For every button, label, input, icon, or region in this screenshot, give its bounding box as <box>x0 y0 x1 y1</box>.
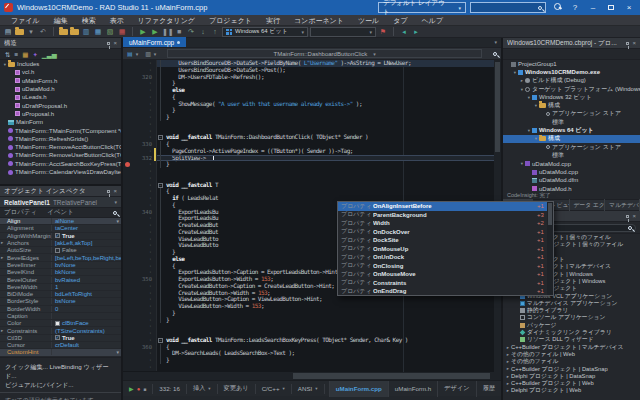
pin-icon[interactable] <box>626 42 629 45</box>
print-icon[interactable]: ▥ <box>145 50 151 57</box>
gutter-cell[interactable]: · <box>123 249 157 256</box>
property-value[interactable]: [akLeft,akTop] <box>52 240 121 246</box>
completion-item[interactable]: プロパティOnDockOver+1 <box>338 228 553 237</box>
breakpoint-icon[interactable] <box>125 162 130 167</box>
scrollbar-thumb[interactable] <box>495 62 500 152</box>
search-icon[interactable] <box>113 211 117 215</box>
pause-icon[interactable]: ❚❚ <box>162 26 172 38</box>
open-project-icon[interactable] <box>70 29 79 35</box>
method-navigation-combo[interactable]: TMainForm::DashboardButtonClick ▾ <box>167 49 482 58</box>
run-mini-icon[interactable]: ▶ <box>129 385 134 392</box>
layout-combo[interactable]: デフォルト レイアウト ▾ <box>378 2 466 13</box>
gutter-cell[interactable]: · <box>123 269 157 276</box>
run-until-return-icon[interactable]: ↑ <box>210 26 220 38</box>
delete-item-icon[interactable]: ✦ <box>32 49 37 60</box>
gutter-cell[interactable]: · <box>123 67 157 74</box>
property-row[interactable]: AlignalNone▾ <box>0 218 121 225</box>
fold-collapse-icon[interactable]: − <box>158 183 163 188</box>
completion-item[interactable]: プロパティOnMouseUp+1 <box>338 245 553 254</box>
gutter-cell[interactable]: · <box>123 134 157 141</box>
close-icon[interactable]: × <box>632 213 636 219</box>
property-value[interactable]: clBtnFace <box>52 320 121 326</box>
palette-item[interactable]: ▸その他のファイル <box>503 358 640 365</box>
project-item[interactable]: ProjectGroup1 <box>503 60 640 68</box>
gutter-cell[interactable]: · <box>123 107 157 114</box>
palette-item[interactable]: リソース DLL ウィザード <box>503 336 640 343</box>
gutter-cell[interactable]: · <box>123 188 157 195</box>
palette-item[interactable]: 静的ライブラリ <box>503 307 640 314</box>
scrollbar-thumb[interactable] <box>293 373 490 379</box>
property-row[interactable]: BevelWidth1 <box>0 284 121 291</box>
palette-item[interactable]: マルチデバイス アプリケーション <box>503 300 640 307</box>
target-config-combo[interactable]: ▾ <box>310 27 376 37</box>
palette-item[interactable]: ▸その他のファイル | Web <box>503 351 640 358</box>
project-item[interactable]: ▾uDataMod.cpp <box>503 160 640 168</box>
property-value[interactable]: alNone▾ <box>52 218 121 224</box>
completion-item[interactable]: プロパティOnEndDrag+1 <box>338 287 553 296</box>
expander-icon[interactable]: ▸ <box>1 328 3 333</box>
property-row[interactable]: AlignmenttaCenter <box>0 225 121 232</box>
object-selector-combo[interactable]: RelativePanel1 TRelativePanel ▾ <box>0 197 121 208</box>
bottom-tab-header[interactable]: uMainForm.h <box>388 381 437 397</box>
property-row[interactable]: BiDiModebdLeftToRight <box>0 291 121 298</box>
property-value[interactable]: [beLeft,beTop,beRight,beBott <box>52 255 121 261</box>
gutter-cell[interactable]: 330 <box>123 141 157 148</box>
gutter-cell[interactable]: · <box>123 283 157 290</box>
property-row[interactable]: BevelOuterbvRaised <box>0 276 121 283</box>
palette-item[interactable]: ▸C++Builder プロジェクト | DataSnap <box>503 365 640 372</box>
gutter-cell[interactable]: · <box>123 229 157 236</box>
checkbox-icon[interactable] <box>55 248 60 253</box>
property-value[interactable]: bdLeftToRight <box>52 291 121 297</box>
palette-item[interactable]: パッケージ <box>503 322 640 329</box>
gutter-cell[interactable]: · <box>123 128 157 135</box>
titlebar-search-input[interactable] <box>470 2 546 13</box>
new-form-icon[interactable] <box>59 29 68 35</box>
tab-events[interactable]: イベント <box>47 208 74 217</box>
structure-item[interactable]: TMainForm::TMainForm(TComponent *Owner <box>0 126 121 134</box>
gutter-cell[interactable]: · <box>123 290 157 297</box>
expander-icon[interactable]: ▸ <box>1 255 3 260</box>
property-row[interactable]: CustomHint▾ <box>0 349 121 356</box>
property-value[interactable]: ✓True <box>52 335 121 341</box>
property-value[interactable]: bkNone <box>52 269 121 275</box>
property-row[interactable]: Ctl3D✓True <box>0 335 121 342</box>
structure-item[interactable]: uDataMod.h <box>0 85 121 93</box>
completion-item[interactable]: プロパティWidth+2 <box>338 219 553 228</box>
palette-item[interactable]: ▸C++Builder プロジェクト | マルチデバイス <box>503 343 640 350</box>
navigate-back-icon[interactable]: ◂ <box>399 26 409 38</box>
gutter-cell[interactable]: · <box>123 148 157 155</box>
gutter-cell[interactable]: 350 <box>123 276 157 283</box>
run-without-debug-icon[interactable]: ▶ <box>150 26 160 38</box>
project-item[interactable]: ▾構成 <box>503 135 640 143</box>
project-item[interactable]: ▾Windows 64 ビット <box>503 126 640 134</box>
navigate-forward-icon[interactable]: ▸ <box>411 26 421 38</box>
bottom-tab-cpp[interactable]: uMainForm.cpp <box>329 381 388 397</box>
menu-item-7[interactable]: コンポーネント <box>287 15 351 26</box>
save-icon[interactable]: ▥ <box>81 26 91 38</box>
menu-item-8[interactable]: ツール <box>351 15 386 26</box>
property-value[interactable]: bvNone <box>52 262 121 268</box>
gutter-cell[interactable]: · <box>123 101 157 108</box>
maximize-button[interactable] <box>604 0 618 15</box>
property-value[interactable]: False <box>52 247 121 253</box>
stop-icon[interactable]: ■ <box>174 26 184 38</box>
close-file-icon[interactable]: ▧ <box>105 26 115 38</box>
structure-item[interactable]: vcl.h <box>0 68 121 76</box>
completion-item[interactable]: プロパティOnClosing+1 <box>338 262 553 271</box>
completion-item[interactable]: プロパティDockSite+1 <box>338 236 553 245</box>
search-icon[interactable] <box>493 52 497 56</box>
project-item[interactable]: 標準 <box>503 151 640 159</box>
gutter-cell[interactable]: · <box>123 161 157 168</box>
menu-item-2[interactable]: 検索 <box>75 15 103 26</box>
popup-scrollbar[interactable] <box>547 202 553 295</box>
property-value[interactable]: (TSizeConstraints) <box>52 328 121 334</box>
structure-item[interactable]: uProposal.h <box>0 110 121 118</box>
gutter-cell[interactable]: · <box>123 175 157 182</box>
gutter-cell[interactable]: · <box>123 222 157 229</box>
property-value[interactable]: ▾ <box>52 349 121 355</box>
completion-item[interactable]: プロパティConstraints+1 <box>338 279 553 288</box>
breakpoint-flag-icon[interactable]: ⚑ <box>378 26 388 38</box>
pin-icon[interactable] <box>626 215 629 218</box>
pin-icon[interactable] <box>107 190 110 193</box>
property-value[interactable]: crDefault <box>52 342 121 348</box>
